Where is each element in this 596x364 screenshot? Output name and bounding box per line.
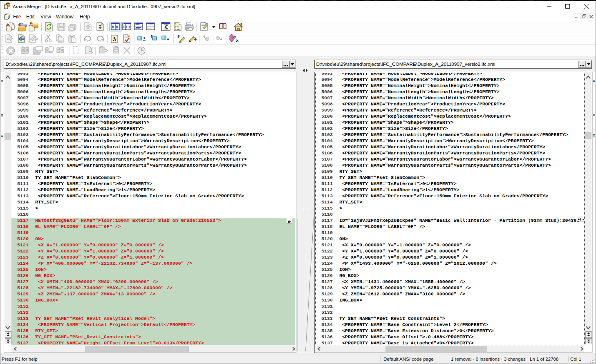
svg-text:â: â xyxy=(113,36,116,42)
